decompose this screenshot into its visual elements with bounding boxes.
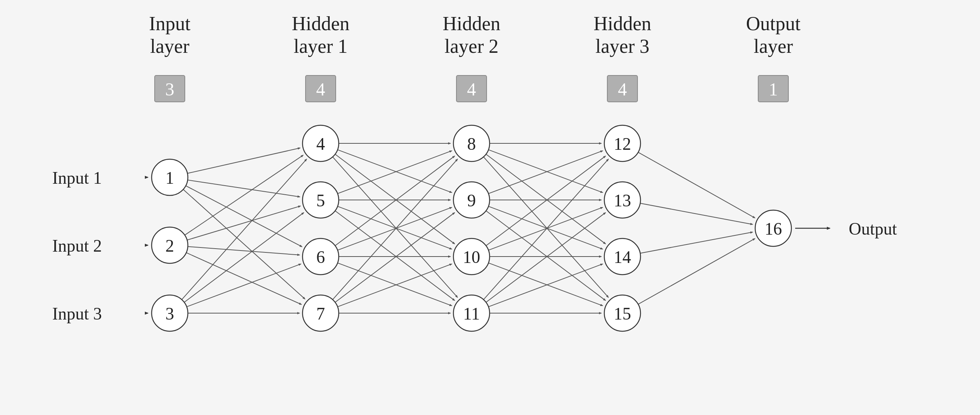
svg-text:8: 8 [468,134,476,154]
svg-text:Input: Input [149,13,191,34]
svg-text:2: 2 [165,236,174,255]
svg-text:layer 3: layer 3 [596,35,649,57]
svg-text:12: 12 [614,134,631,154]
svg-text:Hidden: Hidden [593,13,651,34]
svg-text:15: 15 [614,304,631,323]
svg-text:1: 1 [165,168,174,188]
svg-text:7: 7 [317,304,325,323]
svg-text:Output: Output [849,219,897,239]
svg-text:layer: layer [150,35,189,57]
svg-text:6: 6 [317,248,325,267]
svg-text:4: 4 [317,134,325,154]
svg-text:1: 1 [769,79,778,99]
svg-text:13: 13 [614,191,631,210]
neural-network-svg: Inputlayer3Hiddenlayer 14Hiddenlayer 24H… [0,0,980,415]
svg-text:Input 1: Input 1 [52,168,102,188]
svg-text:3: 3 [165,79,174,99]
svg-text:Hidden: Hidden [442,13,500,34]
svg-text:4: 4 [316,79,325,99]
svg-text:Output: Output [746,13,801,34]
svg-text:3: 3 [165,304,174,323]
svg-text:11: 11 [463,304,480,323]
svg-text:Hidden: Hidden [291,13,349,34]
svg-text:9: 9 [468,191,476,210]
svg-text:layer: layer [754,35,793,57]
svg-rect-0 [0,0,980,415]
svg-text:Input 3: Input 3 [52,304,102,323]
diagram-container: Inputlayer3Hiddenlayer 14Hiddenlayer 24H… [0,0,980,415]
svg-text:5: 5 [317,191,325,210]
svg-text:layer 1: layer 1 [294,35,348,57]
svg-text:4: 4 [467,79,476,99]
svg-text:4: 4 [618,79,627,99]
svg-text:10: 10 [463,248,480,267]
svg-text:Input 2: Input 2 [52,236,102,255]
svg-text:16: 16 [765,219,782,239]
svg-text:14: 14 [614,248,631,267]
svg-text:layer 2: layer 2 [445,35,499,57]
